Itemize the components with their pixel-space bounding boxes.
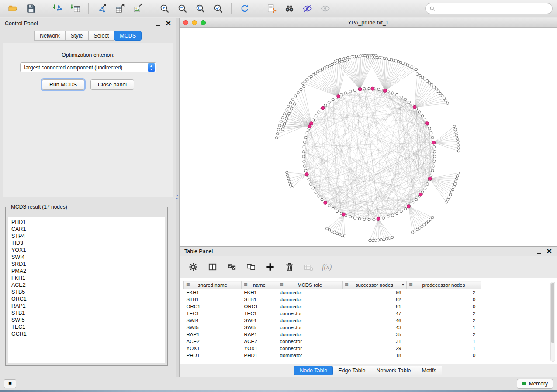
table-row[interactable]: SWI4SWI4dominator462 [184,317,481,324]
mcds-result-item[interactable]: SRD1 [11,261,165,268]
column-menu-icon[interactable]: ▦ [244,282,248,286]
import-network-button[interactable] [49,2,66,16]
network-canvas[interactable] [180,28,557,246]
table-row[interactable]: RAP1RAP1dominator352 [184,331,481,338]
export-network-button[interactable] [93,2,110,16]
mcds-result-item[interactable]: CAR1 [11,226,165,233]
add-column-button[interactable] [263,261,277,273]
table-row[interactable]: FKH1FKH1dominator962 [184,289,481,296]
mcds-result-item[interactable]: STP4 [11,233,165,240]
close-panel-icon[interactable]: ✕ [166,20,171,27]
function-builder-button[interactable]: f(x) [322,263,332,271]
export-table-button[interactable] [111,2,128,16]
column-menu-icon[interactable]: ▦ [280,282,284,286]
zoom-in-button[interactable] [156,2,173,16]
network-share-button[interactable] [263,2,280,16]
table-row[interactable]: ACE2ACE2connector311 [184,338,481,345]
window-close-icon[interactable] [183,20,188,25]
network-workspace: YPA_prune.txt_1 Table Panel ✕ f(x) [180,18,557,377]
mcds-result-item[interactable]: RAP1 [11,303,165,309]
deselect-all-button[interactable] [244,261,257,273]
mcds-result-item[interactable]: TEC1 [11,323,165,330]
column-header-shared_name[interactable]: ▦shared name [184,281,242,289]
show-columns-button[interactable] [206,261,219,273]
column-header-role[interactable]: ▦MCDS role [277,281,343,289]
panel-splitter[interactable]: ◂▸ [176,18,180,377]
mcds-result-item[interactable]: SWI4 [11,254,165,261]
search-field[interactable] [425,3,553,14]
table-panel-header: Table Panel ✕ [180,247,557,256]
gear-icon [188,262,198,272]
tab-edge-table[interactable]: Edge Table [332,366,371,375]
column-menu-icon[interactable]: ▦ [186,282,190,286]
mcds-result-item[interactable]: YOX1 [11,247,165,254]
mcds-result-item[interactable]: GCR1 [11,330,165,337]
mcds-result-item[interactable]: STB5 [11,289,165,296]
window-minimize-icon[interactable] [192,20,197,25]
table-row[interactable]: ORC1ORC1dominator610 [184,303,481,310]
mcds-result-item[interactable]: PMA2 [11,268,165,275]
hide-graphics-button[interactable] [299,2,315,16]
binoculars-icon [284,3,294,14]
panel-menu-button[interactable]: ≡ [4,379,16,388]
run-mcds-button[interactable]: Run MCDS [42,79,84,90]
mcds-result-item[interactable]: ACE2 [11,282,165,289]
find-button[interactable] [281,2,298,16]
export-image-button[interactable] [129,2,146,16]
column-header-successors[interactable]: ▦successor nodes▾ [343,281,407,289]
mcds-result-item[interactable]: TID3 [11,240,165,247]
apply-layout-button[interactable] [236,2,253,16]
tab-network-table[interactable]: Network Table [371,366,417,375]
mcds-result-item[interactable]: ORC1 [11,296,165,303]
table-row[interactable]: STB1STB1dominator620 [184,296,481,303]
select-all-button[interactable] [225,261,238,273]
column-menu-icon[interactable]: ▦ [345,282,349,286]
splitter-arrows-icon[interactable]: ◂▸ [176,194,178,200]
column-label: MCDS role [298,282,322,288]
mcds-result-item[interactable]: SWI5 [11,316,165,323]
float-panel-icon[interactable] [156,22,160,26]
window-maximize-icon[interactable] [201,20,206,25]
open-file-button[interactable] [4,2,21,16]
save-session-button[interactable] [22,2,39,16]
mcds-result-item[interactable]: FKH1 [11,275,165,282]
tab-mcds[interactable]: MCDS [114,31,142,41]
close-table-panel-icon[interactable]: ✕ [547,248,552,255]
memory-label: Memory [529,381,548,387]
table-settings-button[interactable] [187,261,200,273]
mcds-tab-content: Optimization criterion: largest connecte… [3,43,173,197]
tab-node-table[interactable]: Node Table [294,366,333,375]
delete-table-icon [304,262,314,272]
delete-column-button[interactable] [283,261,296,273]
tab-select[interactable]: Select [88,31,115,41]
network-document-icon [266,3,277,14]
tab-network[interactable]: Network [34,31,66,41]
float-table-panel-icon[interactable] [537,250,541,254]
network-graph[interactable] [180,28,557,246]
close-panel-button[interactable]: Close panel [90,79,134,90]
column-menu-icon[interactable]: ▦ [409,282,413,286]
table-row[interactable]: YOX1YOX1connector291 [184,345,481,352]
mcds-result-item[interactable]: PHD1 [11,219,165,226]
mcds-result-list[interactable]: PHD1CAR1STP4TID3YOX1SWI4SRD1PMA2FKH1ACE2… [8,217,165,363]
table-row[interactable]: PHD1PHD1dominator180 [184,352,481,359]
column-label: name [253,282,266,288]
zoom-selected-button[interactable] [210,2,226,16]
optimization-criterion-select[interactable]: largest connected component (undirected)… [20,62,156,72]
import-table-button[interactable] [67,2,83,16]
tab-motifs[interactable]: Motifs [416,366,442,375]
search-input[interactable] [438,6,548,12]
zoom-fit-button[interactable] [192,2,208,16]
mcds-result-item[interactable]: STB1 [11,309,165,316]
memory-button[interactable]: Memory [517,379,553,389]
table-row[interactable]: TEC1TEC1connector472 [184,310,481,317]
column-header-name[interactable]: ▦name [242,281,277,289]
delete-table-button[interactable] [302,261,315,273]
tab-style[interactable]: Style [65,31,89,41]
table-scrollbar-thumb[interactable] [551,283,554,343]
column-header-predecessors[interactable]: ▦predecessor nodes [407,281,481,289]
show-graphics-button[interactable] [317,2,333,16]
table-scrollbar[interactable] [550,282,555,362]
table-row[interactable]: SWI5SWI5connector431 [184,324,481,331]
zoom-out-button[interactable] [174,2,190,16]
